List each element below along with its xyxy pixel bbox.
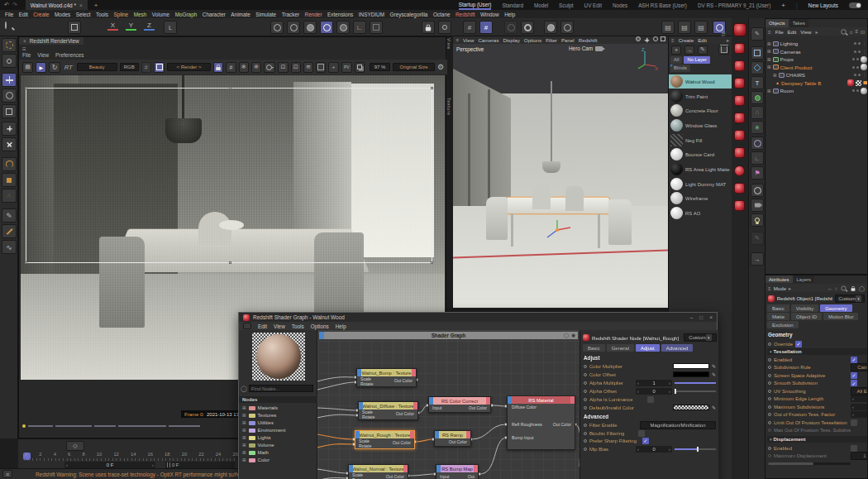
render-icon[interactable]: ▤ [678, 21, 691, 34]
color-offset-row[interactable]: Color Offset ✎ [580, 371, 719, 379]
delete-material-icon[interactable] [718, 46, 729, 55]
orbit-view-icon[interactable] [653, 36, 658, 41]
region-render-icon[interactable] [154, 62, 165, 73]
rv-menu-view[interactable]: View [37, 52, 49, 58]
lock-icon[interactable] [851, 288, 856, 291]
menu-tracker[interactable]: Tracker [282, 12, 299, 17]
material-row-bounce-card[interactable]: Bounce Card [669, 147, 732, 161]
material-gem-icon[interactable] [734, 200, 745, 211]
new-layouts-toggle[interactable] [849, 2, 861, 8]
undo-icon[interactable]: ↶ [4, 2, 9, 8]
menu-spline[interactable]: Spline [113, 12, 128, 17]
uv-smoothing-dropdown[interactable]: All Edg [851, 387, 868, 395]
maximize-view-icon[interactable] [661, 36, 665, 41]
sg-menu-options[interactable]: Options [311, 323, 329, 329]
displacement-enabled-row[interactable]: Enabled [765, 444, 868, 453]
tab-attributes[interactable]: Attributes [765, 275, 793, 283]
node-walnut-diffuse[interactable]: Walnut_Diffuse : Texture Scale Rotate Ou… [358, 401, 418, 420]
mat-menu-create[interactable]: Create [679, 37, 694, 43]
material-gem-icon[interactable] [734, 147, 745, 158]
back-icon[interactable]: ← [827, 285, 832, 291]
sky-command-icon[interactable] [751, 184, 764, 197]
oof-factor-spinner[interactable]: ‹4 [851, 411, 868, 418]
view-side-tab[interactable]: View [446, 38, 451, 50]
tab-basic[interactable]: Basic [767, 304, 789, 312]
alpha-offset-spinner[interactable]: ‹0› [636, 388, 672, 395]
category-volume[interactable]: ⊞Volume [242, 443, 274, 448]
mode-menu[interactable]: Mode [774, 285, 786, 291]
layout-tab-startup[interactable]: Startup (User) [459, 0, 492, 10]
fit-view-icon[interactable]: ⊡ [278, 62, 288, 73]
material-row-rs-area-light-matte[interactable]: RS Area Light Matte [669, 162, 732, 176]
obj-menu-view[interactable]: View [800, 29, 811, 35]
displacement-checkbox[interactable] [851, 445, 857, 452]
close-window-icon[interactable]: × [709, 314, 713, 320]
inspector-preset-dropdown[interactable]: Custom▾ [684, 333, 717, 342]
region-dropdown[interactable]: < Render > [167, 63, 211, 71]
obj-menu-edit[interactable]: Edit [788, 29, 797, 35]
material-row-window-glass[interactable]: Window Glass [669, 118, 732, 132]
eyedropper-icon[interactable]: ✎ [712, 371, 716, 377]
material-gem-icon[interactable] [734, 183, 745, 194]
zoom-fit-icon[interactable]: ⊡ [291, 62, 301, 73]
viewport-filter-icon[interactable] [2, 38, 17, 52]
menu-extensions[interactable]: Extensions [327, 12, 353, 17]
tab-geometry[interactable]: Geometry [820, 304, 851, 312]
vp-menu-display[interactable]: Display [503, 37, 520, 43]
expander-icon[interactable]: ⊞ [767, 89, 771, 93]
restart-render-icon[interactable]: ↻ [49, 62, 60, 73]
panel-icon[interactable]: ⊡ [861, 29, 865, 35]
uv-smoothing-row[interactable]: UV SmoothingAll Edg [765, 387, 868, 395]
tab-motion-blur[interactable]: Motion Blur [823, 313, 858, 320]
sg-menu-view[interactable]: View [274, 323, 285, 329]
tab-general[interactable]: General [607, 344, 634, 352]
category-color[interactable]: ⊞Color [242, 457, 269, 462]
obj-menu-file[interactable]: File [775, 29, 784, 35]
tab-visibility[interactable]: Visibility [791, 304, 819, 312]
material-thumb[interactable] [861, 88, 867, 94]
shading-sphere-icon[interactable] [636, 36, 641, 41]
filter-icon[interactable]: ≡ [855, 29, 858, 34]
smooth-checkbox[interactable]: ✓ [851, 380, 857, 386]
add-material-icon[interactable]: + [671, 46, 681, 55]
filter-enable-dropdown[interactable]: Magnification/Minification [640, 421, 716, 429]
layout-tab-sculpt[interactable]: Sculpt [559, 2, 574, 8]
target-icon[interactable] [521, 21, 534, 34]
tab-exclusion[interactable]: Exclusion [767, 321, 799, 328]
pick-material-icon[interactable]: → [684, 46, 694, 55]
axis-y-lock[interactable]: Y [126, 22, 136, 31]
tool-icon-active[interactable] [320, 21, 333, 34]
camera-indicator[interactable]: Hero Cam [569, 46, 603, 51]
ssa-checkbox[interactable]: ✓ [851, 372, 857, 379]
tab-layers[interactable]: Layers [794, 275, 814, 283]
layout-tab-ash[interactable]: ASH RS Base (User) [638, 2, 687, 8]
workplane-icon[interactable]: ∟ [353, 21, 366, 34]
material-menu-icon[interactable]: ≡ [671, 37, 675, 43]
zoom-percent-field[interactable]: 97 % [370, 63, 390, 71]
object-row-chairs[interactable]: ⊞ CHAIRS ⋮ [765, 71, 868, 79]
node-walnut-normal[interactable]: Walnut_Normal : Texture Scale Rotate Out… [348, 464, 408, 479]
prefer-sharp-checkbox[interactable]: ✓ [642, 438, 649, 444]
menu-insydium[interactable]: INSYDIUM [359, 12, 384, 17]
renderview-tab[interactable]: × Redshift RenderView [19, 37, 83, 45]
cloner-icon[interactable]: ∴ [751, 106, 764, 119]
material-gem-icon[interactable] [734, 78, 745, 89]
node-walnut-bump[interactable]: Walnut_Bump : Texture Scale Rotate Out C… [356, 368, 417, 387]
up-icon[interactable]: ↑ [835, 285, 837, 291]
category-math[interactable]: ⊞Math [242, 450, 269, 455]
menu-window[interactable]: Window [480, 12, 499, 17]
timeline-ruler[interactable]: 024 6810 121416 182022 2426 [25, 452, 238, 458]
material-gem-icon[interactable] [734, 113, 745, 123]
min-edge-length-row[interactable]: Minimum Edge Length‹4 [765, 395, 868, 404]
attr-search-icon[interactable] [842, 285, 847, 290]
spline-mask-icon[interactable] [751, 137, 764, 150]
node-rs-ramp[interactable]: RS Ramp Out Color [434, 430, 471, 447]
rotate-tool-icon[interactable] [2, 89, 17, 103]
maximize-icon[interactable]: □ [699, 314, 703, 320]
layer-tab-blinds[interactable]: Blinds [670, 65, 690, 72]
close-icon[interactable]: × [23, 38, 26, 44]
copy-icon[interactable] [355, 62, 365, 73]
vp-menu-cameras[interactable]: Cameras [478, 37, 498, 43]
material-gem-icon[interactable] [734, 43, 745, 54]
vp-menu-view[interactable]: View [463, 37, 474, 43]
